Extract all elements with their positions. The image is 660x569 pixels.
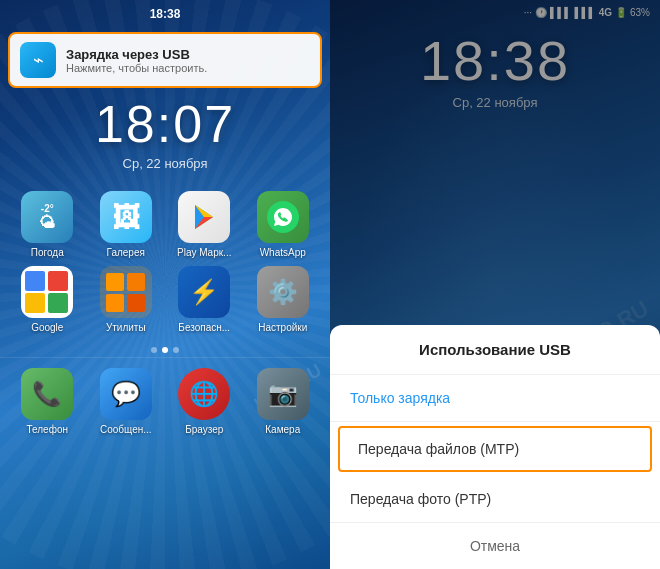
weather-temp: -2° [41, 203, 54, 214]
playstore-label: Play Mapк... [177, 247, 231, 258]
status-time-left: 18:38 [150, 7, 181, 21]
whatsapp-label: WhatsApp [260, 247, 306, 258]
security-icon: ⚡ [178, 266, 230, 318]
app-utils[interactable]: Утилиты [91, 266, 162, 333]
notification-text: Зарядка через USB Нажмите, чтобы настрои… [66, 47, 207, 74]
weather-symbol: 🌤 [39, 214, 55, 232]
gallery-label: Галерея [107, 247, 145, 258]
whatsapp-icon [257, 191, 309, 243]
usb-icon: ⌁ [20, 42, 56, 78]
messages-label: Сообщен... [100, 424, 152, 435]
usb-notification[interactable]: ⌁ Зарядка через USB Нажмите, чтобы настр… [8, 32, 322, 88]
clock-left: 18:07 Ср, 22 ноября [0, 94, 330, 171]
google-label: Google [31, 322, 63, 333]
settings-label: Настройки [258, 322, 307, 333]
left-phone-screen: 18:38 ⌁ Зарядка через USB Нажмите, чтобы… [0, 0, 330, 569]
app-grid-row1: -2° 🌤 Погода 🖼 Галерея Play Mapк... [0, 181, 330, 343]
utils-icon [100, 266, 152, 318]
usb-dialog-overlay: Использование USB Только зарядка Передач… [330, 0, 660, 569]
utils-label: Утилиты [106, 322, 146, 333]
right-phone-screen: ··· 🕐 ▌▌▌ ▌▌▌ 4G 🔋 63% 18:38 Ср, 22 нояб… [330, 0, 660, 569]
playstore-icon [178, 191, 230, 243]
dock-browser[interactable]: 🌐 Браузер [169, 368, 240, 435]
camera-icon: 📷 [257, 368, 309, 420]
app-playstore[interactable]: Play Mapк... [169, 191, 240, 258]
dot-1 [151, 347, 157, 353]
app-dock: 📞 Телефон 💬 Сообщен... 🌐 Браузер 📷 Камер… [0, 357, 330, 445]
dock-camera[interactable]: 📷 Камера [248, 368, 319, 435]
page-indicator [0, 347, 330, 353]
gallery-icon: 🖼 [100, 191, 152, 243]
option-mtp[interactable]: Передача файлов (МТР) [338, 426, 652, 472]
app-weather[interactable]: -2° 🌤 Погода [12, 191, 83, 258]
app-settings[interactable]: ⚙️ Настройки [248, 266, 319, 333]
notif-subtitle: Нажмите, чтобы настроить. [66, 62, 207, 74]
camera-label: Камера [265, 424, 300, 435]
security-label: Безопасн... [178, 322, 230, 333]
dot-3 [173, 347, 179, 353]
app-google[interactable]: Google [12, 266, 83, 333]
dock-phone[interactable]: 📞 Телефон [12, 368, 83, 435]
option-charge-only[interactable]: Только зарядка [330, 375, 660, 422]
usb-dialog: Использование USB Только зарядка Передач… [330, 325, 660, 569]
browser-icon: 🌐 [178, 368, 230, 420]
clock-time-left: 18:07 [0, 94, 330, 154]
clock-date-left: Ср, 22 ноября [0, 156, 330, 171]
dot-2 [162, 347, 168, 353]
browser-label: Браузер [185, 424, 223, 435]
notif-title: Зарядка через USB [66, 47, 207, 62]
status-bar-left: 18:38 [0, 0, 330, 28]
weather-label: Погода [31, 247, 64, 258]
cancel-button[interactable]: Отмена [330, 523, 660, 569]
google-icon [21, 266, 73, 318]
weather-icon: -2° 🌤 [21, 191, 73, 243]
option-ptp[interactable]: Передача фото (PTP) [330, 476, 660, 523]
app-whatsapp[interactable]: WhatsApp [248, 191, 319, 258]
app-gallery[interactable]: 🖼 Галерея [91, 191, 162, 258]
dock-messages[interactable]: 💬 Сообщен... [91, 368, 162, 435]
app-security[interactable]: ⚡ Безопасн... [169, 266, 240, 333]
messages-icon: 💬 [100, 368, 152, 420]
settings-icon: ⚙️ [257, 266, 309, 318]
dialog-title: Использование USB [330, 325, 660, 375]
phone-label: Телефон [27, 424, 68, 435]
phone-icon: 📞 [21, 368, 73, 420]
